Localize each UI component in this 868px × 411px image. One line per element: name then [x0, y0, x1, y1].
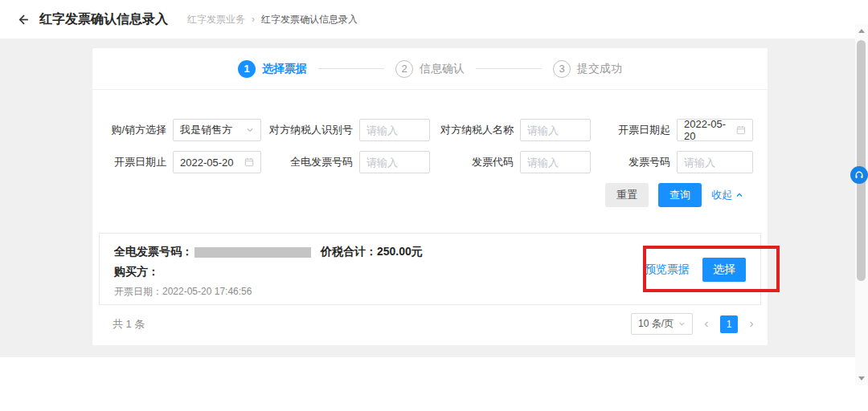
next-page-button[interactable] [747, 320, 755, 328]
field-buyer-seller: 购/销方选择 我是销售方 [108, 119, 261, 141]
chevron-down-icon [246, 126, 254, 134]
invoice-date-start-picker[interactable]: 2022-05-20 [677, 119, 753, 141]
step-2-label: 信息确认 [420, 62, 465, 76]
vertical-scrollbar[interactable] [855, 24, 868, 385]
customer-service-button[interactable] [850, 166, 868, 184]
page-1-button[interactable]: 1 [720, 315, 738, 333]
invoice-date-start-value: 2022-05-20 [684, 118, 736, 142]
buyer-seller-select[interactable]: 我是销售方 [173, 119, 261, 141]
breadcrumb-parent[interactable]: 红字发票业务 [187, 13, 245, 26]
preview-invoice-link[interactable]: 预览票据 [645, 262, 690, 277]
invoice-code-label: 发票代码 [472, 155, 514, 169]
counterparty-tax-id-input[interactable] [359, 119, 430, 141]
chevron-left-icon [702, 320, 710, 328]
result-total-amount: 价税合计：250.00元 [321, 245, 423, 259]
page-size-select[interactable]: 10 条/页 [631, 313, 693, 335]
collapse-toggle[interactable]: 收起 [711, 188, 743, 202]
scrollbar-up-arrow-icon[interactable] [858, 29, 865, 33]
field-e-invoice-number: 全电发票号码 [265, 151, 430, 173]
collapse-label: 收起 [711, 188, 732, 202]
total-count: 共 1 条 [113, 317, 145, 332]
calendar-icon [736, 125, 746, 135]
invoice-number-input[interactable] [677, 151, 753, 173]
invoice-number-label: 发票号码 [628, 155, 670, 169]
field-invoice-code: 发票代码 [434, 151, 591, 173]
field-counterparty-tax-id: 对方纳税人识别号 [265, 119, 430, 141]
result-buyer-label: 购买方： [114, 265, 159, 278]
form-actions: 重置 查询 收起 [605, 183, 743, 207]
buyer-seller-label: 购/销方选择 [111, 123, 166, 137]
step-1-label: 选择票据 [262, 62, 307, 76]
chevron-down-icon [678, 320, 686, 328]
step-connector [318, 68, 384, 69]
step-2-circle: 2 [395, 60, 413, 78]
step-connector [476, 68, 542, 69]
step-3-circle: 3 [553, 60, 571, 78]
search-button[interactable]: 查询 [658, 183, 702, 207]
counterparty-name-label: 对方纳税人名称 [440, 123, 514, 137]
main-card: 1 选择票据 2 信息确认 3 提交成功 购/销方选择 我是销售方 对方纳税人识… [92, 48, 768, 345]
invoice-date-start-label: 开票日期起 [618, 123, 670, 137]
e-invoice-number-label: 全电发票号码 [290, 155, 353, 169]
result-invoice-number-label: 全电发票号码： [114, 245, 193, 259]
step-submit-success: 3 提交成功 [553, 60, 622, 78]
scrollbar-thumb[interactable] [857, 40, 866, 281]
breadcrumb-separator-icon: › [252, 14, 255, 25]
scrollbar-down-arrow-icon[interactable] [858, 376, 865, 380]
header-bar: 红字发票确认信息录入 红字发票业务 › 红字发票确认信息录入 [0, 0, 868, 39]
field-invoice-number: 发票号码 [599, 151, 753, 173]
back-button[interactable] [16, 13, 30, 26]
step-confirm-info: 2 信息确认 [395, 60, 465, 78]
counterparty-name-input[interactable] [520, 119, 591, 141]
reset-button[interactable]: 重置 [605, 183, 649, 207]
chevron-up-icon [735, 191, 743, 199]
step-3-label: 提交成功 [577, 62, 622, 76]
card-footer: 共 1 条 10 条/页 1 [113, 313, 755, 335]
invoice-date-end-label: 开票日期止 [114, 155, 166, 169]
buyer-seller-value: 我是销售方 [180, 123, 232, 137]
counterparty-tax-id-label: 对方纳税人识别号 [269, 123, 353, 137]
headset-icon [854, 170, 864, 180]
chevron-right-icon [747, 320, 755, 328]
e-invoice-number-input[interactable] [359, 151, 430, 173]
breadcrumb: 红字发票业务 › 红字发票确认信息录入 [187, 13, 358, 26]
step-select-invoice: 1 选择票据 [238, 60, 307, 78]
field-invoice-date-start: 开票日期起 2022-05-20 [599, 119, 753, 141]
invoice-result-item: 全电发票号码： 价税合计：250.00元 购买方： 开票日期：2022-05-2… [99, 233, 761, 305]
step-1-circle: 1 [238, 60, 256, 78]
calendar-icon [244, 157, 254, 167]
result-issue-date: 开票日期：2022-05-20 17:46:56 [114, 285, 746, 299]
invoice-date-end-value: 2022-05-20 [180, 157, 234, 169]
pagination: 10 条/页 1 [631, 313, 755, 335]
prev-page-button[interactable] [702, 320, 710, 328]
field-counterparty-name: 对方纳税人名称 [434, 119, 591, 141]
field-invoice-date-end: 开票日期止 2022-05-20 [108, 151, 261, 173]
page-title: 红字发票确认信息录入 [39, 11, 168, 28]
breadcrumb-current: 红字发票确认信息录入 [261, 13, 358, 26]
invoice-date-end-picker[interactable]: 2022-05-20 [173, 151, 261, 173]
invoice-code-input[interactable] [520, 151, 591, 173]
stepper: 1 选择票据 2 信息确认 3 提交成功 [92, 48, 768, 90]
back-arrow-icon [16, 13, 30, 26]
page-size-value: 10 条/页 [638, 317, 674, 331]
select-invoice-button[interactable]: 选择 [702, 258, 746, 282]
result-actions: 预览票据 选择 [645, 258, 746, 282]
invoice-number-redacted [194, 247, 311, 258]
